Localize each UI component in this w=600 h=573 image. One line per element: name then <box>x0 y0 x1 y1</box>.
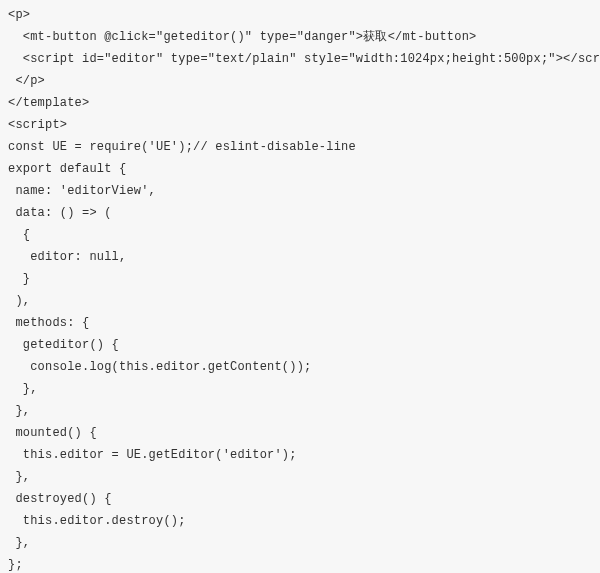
code-snippet: <p> <mt-button @click="geteditor()" type… <box>0 0 600 573</box>
